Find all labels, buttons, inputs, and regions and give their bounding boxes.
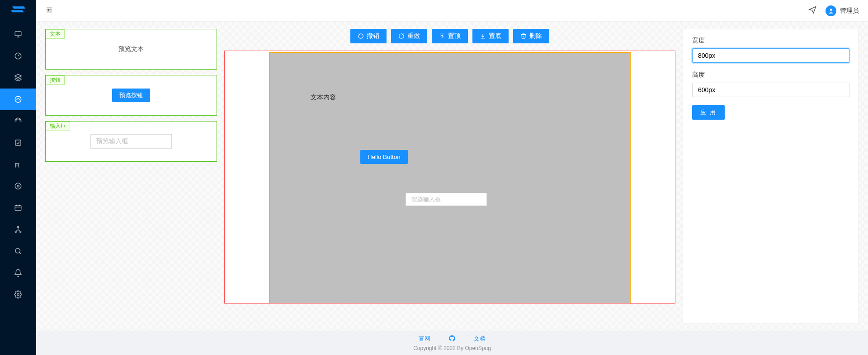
copyright: Copyright © 2022 By OpenSpug [413,345,491,351]
widget-palette: 文本 预览文本 按钮 预览按钮 输入框 预览输入框 [45,29,217,323]
svg-point-12 [18,226,19,228]
footer-link-official[interactable]: 官网 [419,335,430,343]
send-to-bottom-button[interactable]: 置底 [472,29,509,43]
undo-button[interactable]: 撤销 [350,29,387,43]
username-label: 管理员 [840,7,859,15]
to-top-label: 置顶 [448,32,461,40]
sidebar-item-6[interactable] [0,132,36,154]
sidebar-item-10[interactable] [0,219,36,240]
header: 管理员 [36,0,868,22]
toolbar: 撤销 重做 置顶 置底 [350,29,549,43]
user-menu[interactable]: 管理员 [826,5,859,16]
undo-icon [358,33,364,39]
svg-point-14 [20,231,21,233]
sidebar-item-3[interactable] [0,67,36,89]
sidebar-item-5[interactable] [0,110,36,132]
notification-icon[interactable] [808,6,816,15]
widget-input[interactable]: 输入框 预览输入框 [45,121,217,162]
svg-rect-5 [15,140,21,145]
to-bottom-icon [480,33,486,39]
redo-button[interactable]: 重做 [391,29,427,43]
height-label: 高度 [692,71,849,79]
widget-tag: 按钮 [46,75,65,85]
width-input[interactable] [692,48,849,63]
canvas-area: 撤销 重做 置顶 置底 [224,29,675,323]
widget-button[interactable]: 按钮 预览按钮 [45,75,217,116]
sidebar-item-13[interactable] [0,284,36,305]
svg-point-17 [17,294,19,296]
github-icon [448,335,456,342]
to-top-icon [439,33,445,39]
svg-point-21 [830,9,832,11]
svg-point-15 [15,248,20,253]
content: 文本 预览文本 按钮 预览按钮 输入框 预览输入框 撤销 [36,22,868,331]
preview-button: 预览按钮 [112,89,150,102]
preview-input: 预览输入框 [90,134,172,149]
delete-button[interactable]: 删除 [513,29,549,43]
delete-label: 删除 [529,32,542,40]
svg-rect-8 [15,206,21,210]
redo-label: 重做 [407,32,420,40]
footer-link-docs[interactable]: 文档 [474,335,486,343]
logo [7,4,29,18]
svg-point-4 [15,96,21,103]
preview-text: 预览文本 [118,45,144,53]
to-bottom-label: 置底 [489,32,501,40]
canvas-input-element[interactable] [406,193,487,206]
footer: 官网 文档 Copyright © 2022 By OpenSpug [36,331,868,355]
footer-link-github[interactable] [448,335,456,343]
widget-text[interactable]: 文本 预览文本 [45,29,217,70]
svg-point-6 [15,183,21,189]
sidebar-item-12[interactable] [0,262,36,284]
svg-line-16 [19,252,21,254]
canvas-viewport: 文本内容 Hello Button [224,51,675,304]
svg-rect-0 [15,32,21,36]
avatar [826,5,836,16]
sidebar-item-1[interactable] [0,23,36,45]
sidebar-item-8[interactable] [0,175,36,197]
redo-icon [398,33,405,39]
sidebar-item-7[interactable] [0,154,36,175]
sidebar [0,0,36,355]
widget-tag: 文本 [46,29,65,39]
svg-point-13 [15,231,16,233]
sidebar-item-9[interactable] [0,197,36,219]
widget-tag: 输入框 [46,121,70,131]
undo-label: 撤销 [367,32,379,40]
collapse-menu-icon[interactable] [45,6,53,15]
apply-button[interactable]: 应 用 [692,105,725,120]
sidebar-item-2[interactable] [0,45,36,67]
svg-point-7 [17,185,19,187]
sidebar-item-4-active[interactable] [0,89,36,110]
properties-panel: 宽度 高度 应 用 [683,29,859,323]
canvas[interactable]: 文本内容 Hello Button [269,52,631,304]
width-label: 宽度 [692,37,849,45]
canvas-button-element[interactable]: Hello Button [360,150,408,164]
sidebar-item-11[interactable] [0,240,36,262]
canvas-text-element[interactable]: 文本内容 [311,93,336,102]
delete-icon [520,33,527,39]
bring-to-top-button[interactable]: 置顶 [432,29,468,43]
height-input[interactable] [692,83,849,97]
